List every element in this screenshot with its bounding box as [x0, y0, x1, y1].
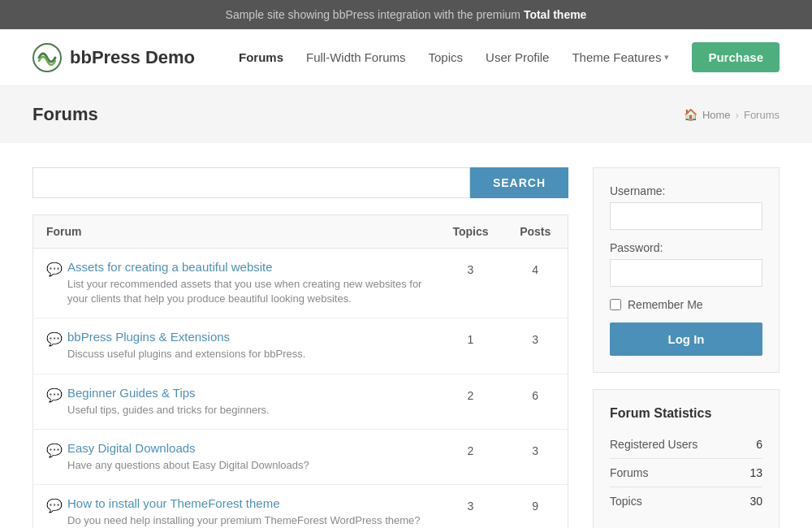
banner-text: Sample site showing bbPress integration … [226, 8, 587, 21]
stats-title: Forum Statistics [610, 406, 762, 421]
search-bar: SEARCH [32, 167, 568, 198]
forum-description: Have any questions about Easy Digital Do… [67, 458, 309, 473]
main-content: SEARCH Forum Topics Posts 💬 Assets for c… [0, 143, 812, 528]
table-row: 💬 How to install your ThemeForest theme … [33, 484, 568, 528]
nav-user-profile[interactable]: User Profile [486, 50, 549, 64]
password-label: Password: [610, 241, 762, 254]
stat-label: Forums [610, 459, 743, 487]
breadcrumb-current: Forums [744, 109, 780, 121]
forum-bubble-icon: 💬 [46, 443, 63, 458]
remember-me-label: Remember Me [628, 298, 703, 311]
nav-forums[interactable]: Forums [239, 50, 283, 64]
table-row: 💬 Beginner Guides & Tips Useful tips, gu… [33, 374, 568, 429]
stats-row: Topics 30 [610, 487, 762, 516]
col-posts: Posts [503, 215, 568, 249]
forum-name-link[interactable]: Beginner Guides & Tips [67, 386, 196, 400]
breadcrumb-separator: › [736, 109, 739, 121]
stat-label: Topics [610, 487, 743, 516]
login-widget: Username: Password: Remember Me Log In [593, 167, 780, 373]
site-logo[interactable]: bbPress Demo [32, 43, 239, 72]
forum-topics-count: 2 [438, 374, 503, 429]
forum-topics-count: 3 [438, 249, 503, 318]
site-header: bbPress Demo Forums Full-Width Forums To… [0, 29, 812, 86]
stats-widget: Forum Statistics Registered Users 6 Foru… [593, 389, 780, 528]
theme-features-label: Theme Features [572, 50, 661, 64]
forum-topics-count: 2 [438, 429, 503, 484]
forum-description: Useful tips, guides and tricks for begin… [67, 403, 270, 418]
forum-posts-count: 9 [503, 484, 568, 528]
home-icon: 🏠 [684, 108, 698, 121]
forum-name-link[interactable]: How to install your ThemeForest theme [67, 496, 280, 510]
stats-table: Registered Users 6 Forums 13 Topics 30 [610, 431, 762, 515]
col-topics: Topics [438, 215, 503, 249]
forum-bubble-icon: 💬 [46, 387, 63, 403]
nav-full-width-forums[interactable]: Full-Width Forums [306, 50, 406, 64]
forum-bubble-icon: 💬 [46, 262, 63, 277]
sidebar: Username: Password: Remember Me Log In F… [593, 167, 780, 528]
password-input[interactable] [610, 259, 762, 287]
stats-row: Forums 13 [610, 459, 762, 487]
stats-row: Registered Users 6 [610, 431, 762, 459]
chevron-down-icon: ▾ [664, 52, 669, 63]
nav-topics[interactable]: Topics [429, 50, 464, 64]
forum-bubble-icon: 💬 [46, 331, 63, 347]
forum-description: Discuss useful plugins and extensions fo… [67, 347, 305, 361]
forum-name-link[interactable]: bbPress Plugins & Extensions [67, 330, 230, 344]
forum-description: List your recommended assets that you us… [67, 277, 425, 306]
stat-label: Registered Users [610, 431, 743, 459]
page-title: Forums [32, 104, 98, 125]
breadcrumb-area: Forums 🏠 Home › Forums [0, 86, 812, 143]
logo-text: bbPress Demo [70, 47, 195, 68]
purchase-button[interactable]: Purchase [692, 42, 780, 72]
nav-theme-features[interactable]: Theme Features ▾ [572, 50, 669, 64]
login-button[interactable]: Log In [610, 322, 762, 356]
stat-value: 13 [743, 459, 762, 487]
forum-description: Do you need help installing your premium… [67, 513, 425, 528]
forum-topics-count: 1 [438, 318, 503, 374]
logo-icon [32, 43, 62, 72]
remember-me-checkbox[interactable] [610, 299, 621, 310]
forum-posts-count: 3 [503, 318, 568, 374]
remember-me-row: Remember Me [610, 298, 762, 311]
username-label: Username: [610, 184, 762, 197]
stat-value: 30 [743, 487, 762, 516]
table-header-row: Forum Topics Posts [33, 215, 568, 249]
forum-bubble-icon: 💬 [46, 498, 63, 513]
forum-topics-count: 3 [438, 484, 503, 528]
top-banner: Sample site showing bbPress integration … [0, 0, 812, 29]
table-row: 💬 Easy Digital Downloads Have any questi… [33, 429, 568, 484]
forum-posts-count: 3 [503, 429, 568, 484]
breadcrumb-home[interactable]: Home [702, 109, 731, 121]
breadcrumb: 🏠 Home › Forums [684, 108, 780, 121]
search-input[interactable] [32, 167, 470, 198]
forum-name-link[interactable]: Assets for creating a beautiful website [67, 260, 273, 274]
forum-table: Forum Topics Posts 💬 Assets for creating… [32, 214, 568, 528]
forum-posts-count: 6 [503, 374, 568, 429]
col-forum: Forum [33, 215, 438, 249]
forum-name-link[interactable]: Easy Digital Downloads [67, 441, 196, 455]
table-row: 💬 Assets for creating a beautiful websit… [33, 249, 568, 318]
stat-value: 6 [743, 431, 762, 459]
content-area: SEARCH Forum Topics Posts 💬 Assets for c… [32, 167, 568, 528]
banner-bold: Total theme [524, 8, 587, 21]
search-button[interactable]: SEARCH [470, 167, 568, 198]
table-row: 💬 bbPress Plugins & Extensions Discuss u… [33, 318, 568, 374]
username-input[interactable] [610, 202, 762, 230]
main-nav: Forums Full-Width Forums Topics User Pro… [239, 42, 780, 72]
forum-posts-count: 4 [503, 249, 568, 318]
